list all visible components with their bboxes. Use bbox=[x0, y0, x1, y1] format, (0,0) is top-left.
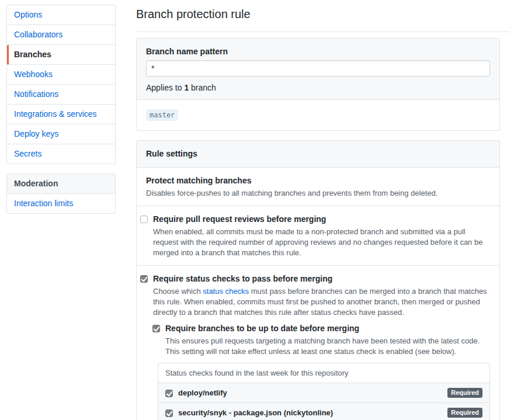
branch-name-pattern-label: Branch name pattern bbox=[146, 47, 490, 56]
status-checks-checkbox[interactable] bbox=[140, 275, 148, 283]
status-checks-description: Choose which status checks must pass bef… bbox=[153, 286, 490, 318]
sidebar-item-interaction-limits[interactable]: Interaction limits bbox=[7, 194, 115, 213]
sidebar-item-deploy-keys[interactable]: Deploy keys bbox=[7, 124, 115, 144]
rule-settings-card: Rule settings Protect matching branches … bbox=[136, 140, 500, 420]
up-to-date-label[interactable]: Require branches to be up to date before… bbox=[165, 324, 490, 334]
status-check-row-deploy-netlify: deploy/netlify Required bbox=[158, 383, 489, 403]
settings-menu: Options Collaborators Branches Webhooks … bbox=[6, 5, 116, 164]
sidebar-item-webhooks[interactable]: Webhooks bbox=[7, 65, 115, 85]
status-checks-body: Require status checks to pass before mer… bbox=[153, 274, 490, 420]
status-check-row-security-snyk: security/snyk - package.json (nickytonli… bbox=[158, 403, 489, 420]
applies-pre: Applies to bbox=[146, 83, 184, 92]
sidebar-item-branches[interactable]: Branches bbox=[7, 45, 115, 65]
required-badge: Required bbox=[447, 388, 482, 398]
main-content: Branch protection rule Branch name patte… bbox=[136, 5, 510, 420]
status-checks-box-header: Status checks found in the last week for… bbox=[158, 363, 489, 383]
moderation-menu: Moderation Interaction limits bbox=[6, 173, 116, 214]
moderation-menu-header: Moderation bbox=[7, 174, 115, 194]
status-checks-link[interactable]: status checks bbox=[203, 287, 249, 296]
branch-name-pattern-head: Branch name pattern Applies to 1 branch bbox=[137, 39, 499, 100]
pull-request-reviews-checkbox[interactable] bbox=[140, 216, 148, 223]
sidebar-item-collaborators[interactable]: Collaborators bbox=[7, 25, 115, 45]
pull-request-reviews-option: Require pull request reviews before merg… bbox=[140, 214, 490, 258]
required-badge: Required bbox=[447, 408, 482, 418]
sidebar-item-secrets[interactable]: Secrets bbox=[7, 144, 115, 164]
branch-name-pattern-card: Branch name pattern Applies to 1 branch … bbox=[136, 38, 500, 131]
branch-name-pattern-input[interactable] bbox=[146, 60, 490, 77]
status-check-deploy-netlify-checkbox[interactable] bbox=[165, 390, 173, 397]
sidebar-item-integrations-services[interactable]: Integrations & services bbox=[7, 105, 115, 124]
rule-settings-header: Rule settings bbox=[137, 141, 499, 168]
status-checks-box: Status checks found in the last week for… bbox=[158, 363, 490, 420]
sidebar-item-options[interactable]: Options bbox=[7, 5, 115, 25]
status-check-deploy-netlify-name: deploy/netlify bbox=[178, 388, 227, 398]
applies-to-text: Applies to 1 branch bbox=[146, 83, 490, 92]
status-checks-option: Require status checks to pass before mer… bbox=[140, 274, 490, 420]
page-title: Branch protection rule bbox=[136, 5, 510, 32]
settings-sidebar: Options Collaborators Branches Webhooks … bbox=[6, 5, 116, 214]
pull-request-reviews-body: Require pull request reviews before merg… bbox=[153, 214, 490, 258]
sidebar-item-notifications[interactable]: Notifications bbox=[7, 85, 115, 105]
applies-post: branch bbox=[189, 83, 216, 92]
up-to-date-checkbox[interactable] bbox=[152, 325, 160, 332]
status-check-security-snyk-name: security/snyk - package.json (nickytonli… bbox=[178, 408, 333, 418]
applies-count: 1 bbox=[184, 83, 189, 92]
status-check-security-snyk-checkbox[interactable] bbox=[165, 409, 173, 417]
up-to-date-description: This ensures pull requests targeting a m… bbox=[165, 336, 490, 357]
protect-matching-branches-section: Protect matching branches Disables force… bbox=[137, 168, 499, 206]
up-to-date-option: Require branches to be up to date before… bbox=[152, 324, 490, 357]
pull-request-reviews-label[interactable]: Require pull request reviews before merg… bbox=[153, 214, 490, 224]
protect-matching-branches-description: Disables force-pushes to all matching br… bbox=[146, 188, 490, 199]
branch-protection-settings-page: Options Collaborators Branches Webhooks … bbox=[0, 0, 514, 420]
pull-request-reviews-description: When enabled, all commits must be made t… bbox=[153, 227, 490, 258]
matching-branches-body: master bbox=[137, 100, 499, 130]
status-checks-label[interactable]: Require status checks to pass before mer… bbox=[153, 274, 490, 284]
protect-matching-branches-title: Protect matching branches bbox=[146, 176, 490, 186]
status-checks-section: Require status checks to pass before mer… bbox=[137, 266, 499, 420]
up-to-date-body: Require branches to be up to date before… bbox=[165, 324, 490, 357]
pull-request-reviews-section: Require pull request reviews before merg… bbox=[137, 206, 499, 266]
status-checks-desc-pre: Choose which bbox=[153, 287, 203, 296]
branch-tag-master: master bbox=[146, 109, 178, 121]
